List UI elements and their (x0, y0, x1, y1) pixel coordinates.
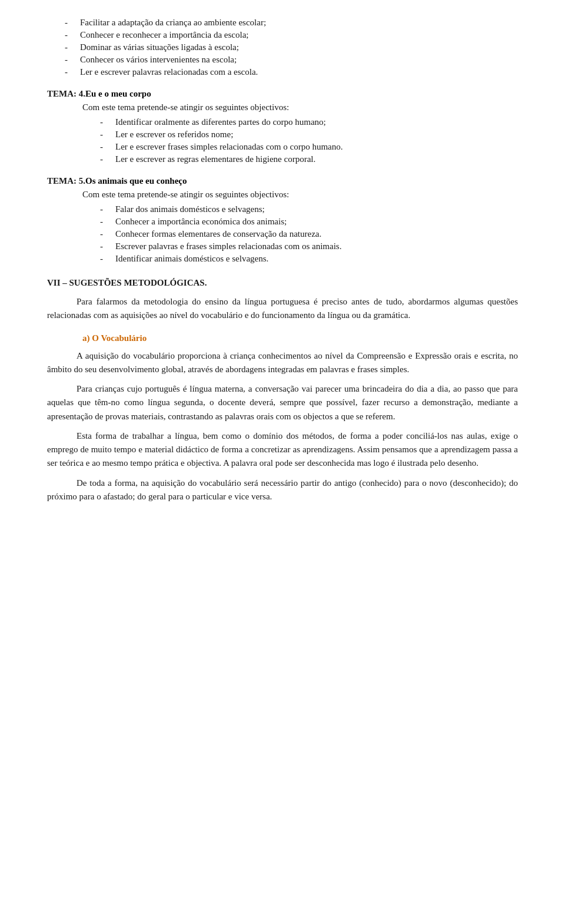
paragraph-3: Esta forma de trabalhar a língua, bem co… (47, 429, 518, 471)
dash-icon: - (100, 229, 112, 239)
list-item: - Conhecer formas elementares de conserv… (82, 229, 518, 239)
subsection-a-label: a) O Vocabulário (47, 333, 518, 343)
tema5-num: TEMA: 5. (47, 176, 85, 186)
tema5-bullet-1: Conhecer a importância económica dos ani… (115, 217, 287, 227)
dash-icon: - (100, 204, 112, 214)
intro-bullet-0: Facilitar a adaptação da criança ao ambi… (80, 18, 266, 28)
tema4-bullet-2: Ler e escrever frases simples relacionad… (115, 142, 343, 152)
tema5-subtema: Com este tema pretende-se atingir os seg… (47, 190, 518, 264)
tema5-bullet-4: Identificar animais domésticos e selvage… (115, 254, 268, 264)
tema4-block: TEMA: 4.Eu e o meu corpo Com este tema p… (47, 89, 518, 164)
intro-bullets: - Facilitar a adaptação da criança ao am… (47, 18, 518, 77)
dash-icon: - (100, 130, 112, 140)
dash-icon: - (65, 55, 77, 65)
paragraph-0: Para falarmos da metodologia do ensino d… (47, 295, 518, 323)
subsection-a-letter: a) (82, 333, 90, 343)
list-item: - Falar dos animais domésticos e selvage… (82, 204, 518, 214)
dash-icon: - (100, 117, 112, 127)
list-item: - Dominar as várias situações ligadas à … (47, 42, 518, 52)
paragraph-1: A aquisição do vocabulário proporciona à… (47, 349, 518, 377)
dash-icon: - (65, 67, 77, 77)
section7-title: VII – SUGESTÕES METODOLÓGICAS. (47, 278, 518, 288)
list-item: - Facilitar a adaptação da criança ao am… (47, 18, 518, 28)
tema4-bullet-1: Ler e escrever os referidos nome; (115, 130, 233, 140)
intro-bullet-3: Conhecer os vários intervenientes na esc… (80, 55, 237, 65)
list-item: - Ler e escrever frases simples relacion… (82, 142, 518, 152)
tema5-title: Os animais que eu conheço (85, 176, 187, 186)
tema4-label: TEMA: 4.Eu e o meu corpo (47, 89, 518, 99)
tema4-subtema: Com este tema pretende-se atingir os seg… (47, 102, 518, 164)
subsection-a-block: a) O Vocabulário A aquisição do vocabulá… (47, 333, 518, 504)
list-item: - Conhecer a importância económica dos a… (82, 217, 518, 227)
intro-bullet-1: Conhecer e reconhecer a importância da e… (80, 30, 249, 40)
tema5-bullet-0: Falar dos animais domésticos e selvagens… (115, 204, 265, 214)
dash-icon: - (100, 154, 112, 164)
dash-icon: - (65, 30, 77, 40)
dash-icon: - (65, 42, 77, 52)
tema5-block: TEMA: 5.Os animais que eu conheço Com es… (47, 176, 518, 264)
intro-bullet-4: Ler e escrever palavras relacionadas com… (80, 67, 258, 77)
tema4-bullets: - Identificar oralmente as diferentes pa… (82, 117, 518, 164)
tema5-bullet-2: Conhecer formas elementares de conservaç… (115, 229, 321, 239)
tema4-num: TEMA: 4. (47, 89, 85, 98)
tema4-intro: Com este tema pretende-se atingir os seg… (82, 102, 518, 112)
subsection-a-title: O Vocabulário (92, 333, 147, 343)
section7-block: VII – SUGESTÕES METODOLÓGICAS. Para fala… (47, 278, 518, 323)
list-item: - Ler e escrever palavras relacionadas c… (47, 67, 518, 77)
tema5-bullets: - Falar dos animais domésticos e selvage… (82, 204, 518, 264)
paragraph-2: Para crianças cujo português é língua ma… (47, 382, 518, 423)
dash-icon: - (65, 18, 77, 28)
dash-icon: - (100, 142, 112, 152)
tema5-bullet-3: Escrever palavras e frases simples relac… (115, 241, 341, 251)
list-item: - Identificar oralmente as diferentes pa… (82, 117, 518, 127)
list-item: - Identificar animais domésticos e selva… (82, 254, 518, 264)
tema4-bullet-0: Identificar oralmente as diferentes part… (115, 117, 326, 127)
paragraph-4: De toda a forma, na aquisição do vocabul… (47, 476, 518, 504)
list-item: - Conhecer os vários intervenientes na e… (47, 55, 518, 65)
dash-icon: - (100, 241, 112, 251)
tema4-bullet-3: Ler e escrever as regras elementares de … (115, 154, 315, 164)
tema5-intro: Com este tema pretende-se atingir os seg… (82, 190, 518, 200)
tema4-title: Eu e o meu corpo (85, 89, 151, 98)
tema5-label: TEMA: 5.Os animais que eu conheço (47, 176, 518, 186)
list-item: - Ler e escrever os referidos nome; (82, 130, 518, 140)
list-item: - Conhecer e reconhecer a importância da… (47, 30, 518, 40)
list-item: - Ler e escrever as regras elementares d… (82, 154, 518, 164)
intro-bullet-block: - Facilitar a adaptação da criança ao am… (47, 18, 518, 77)
dash-icon: - (100, 254, 112, 264)
list-item: - Escrever palavras e frases simples rel… (82, 241, 518, 251)
dash-icon: - (100, 217, 112, 227)
intro-bullet-2: Dominar as várias situações ligadas à es… (80, 42, 239, 52)
